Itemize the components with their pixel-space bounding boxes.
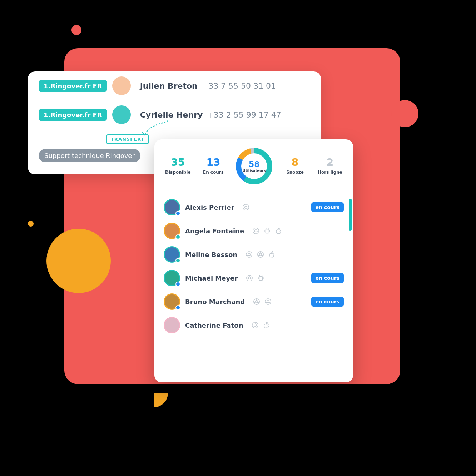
stats-bar: 35 Disponible 13 En cours 58 Utilisateur… [154, 139, 353, 192]
apple-icon [263, 321, 271, 329]
apple-icon [268, 251, 276, 258]
status-dot [175, 234, 180, 239]
chrome-icon [251, 321, 259, 329]
svg-line-16 [260, 275, 260, 276]
svg-rect-15 [259, 276, 263, 280]
status-dot [175, 211, 180, 216]
svg-point-25 [254, 324, 256, 326]
device-icons [245, 251, 276, 258]
svg-point-3 [255, 230, 257, 232]
chrome-icon [252, 227, 260, 235]
apple-icon [275, 227, 283, 235]
stat-available[interactable]: 35 Disponible [165, 158, 191, 175]
avatar [164, 246, 180, 263]
svg-line-17 [262, 275, 262, 276]
avatar [164, 270, 180, 286]
avatar [164, 223, 180, 239]
chrome-icon [245, 251, 253, 258]
stat-value: 8 [292, 158, 298, 168]
call-source-tag: 1.Ringover.fr FR [39, 80, 107, 92]
stat-value: 2 [327, 158, 333, 168]
user-list[interactable]: Alexis Perrieren coursAngela FontaineMél… [154, 192, 353, 382]
transfer-arrow-icon [139, 118, 175, 139]
avatar [112, 105, 131, 124]
stat-snooze[interactable]: 8 Snooze [284, 158, 307, 175]
caller-name: Julien Breton [140, 81, 198, 90]
user-row[interactable]: Angela Fontaine [154, 219, 353, 243]
stat-label: En cours [203, 170, 224, 175]
svg-point-12 [259, 253, 262, 256]
status-dot [175, 258, 180, 263]
svg-point-1 [245, 206, 247, 208]
android-icon [257, 274, 265, 282]
status-badge[interactable]: en cours [311, 297, 344, 307]
user-name: Bruno Marchand [185, 298, 245, 306]
user-row[interactable]: Bruno Marchanden cours [154, 290, 353, 313]
stat-value: 13 [206, 158, 220, 168]
chrome-icon [246, 274, 253, 282]
stat-label: Snooze [286, 170, 304, 175]
user-row[interactable]: Alexis Perrieren cours [154, 195, 353, 219]
user-name: Catherine Faton [185, 322, 243, 329]
user-row[interactable]: Michaël Meyeren cours [154, 266, 353, 290]
svg-point-14 [248, 277, 251, 279]
svg-line-5 [266, 228, 266, 229]
status-badge[interactable]: en cours [311, 273, 344, 283]
scrollbar-thumb[interactable] [349, 199, 352, 231]
svg-point-21 [256, 301, 258, 303]
svg-point-10 [248, 253, 250, 256]
stat-label: Disponible [165, 170, 191, 175]
user-name: Alexis Perrier [185, 204, 234, 211]
user-name: Angela Fontaine [185, 227, 244, 235]
svg-rect-4 [266, 229, 269, 233]
chrome-icon [242, 203, 250, 211]
stat-offline[interactable]: 2 Hors ligne [318, 158, 342, 175]
users-card: 35 Disponible 13 En cours 58 Utilisateur… [154, 139, 353, 382]
decor-dot [391, 100, 418, 127]
stat-value: 35 [171, 158, 185, 168]
decor-dot [28, 221, 34, 227]
transfer-target[interactable]: Support technique Ringover [39, 149, 140, 162]
avatar [164, 293, 180, 310]
decor-circle [46, 229, 111, 293]
donut-total: 58 [249, 160, 260, 169]
user-name: Michaël Meyer [185, 274, 238, 282]
avatar [112, 76, 131, 95]
stat-label: Hors ligne [318, 170, 342, 175]
user-name: Méline Besson [185, 251, 237, 258]
caller-number: +33 2 55 99 17 47 [207, 110, 281, 119]
avatar [164, 199, 180, 215]
device-icons [246, 274, 265, 282]
status-dot [175, 282, 180, 287]
device-icons [251, 321, 271, 329]
caller-number: +33 7 55 50 31 01 [202, 81, 276, 90]
decor-dot [71, 25, 81, 35]
users-donut[interactable]: 58 Utilisateurs [236, 148, 272, 184]
svg-point-23 [267, 301, 269, 303]
svg-line-6 [268, 228, 269, 229]
status-dot [175, 305, 180, 310]
chrome-icon [253, 298, 261, 306]
user-row[interactable]: Catherine Faton [154, 313, 353, 337]
chrome-icon [257, 251, 264, 258]
device-icons [253, 298, 272, 306]
stat-in-progress[interactable]: 13 En cours [202, 158, 225, 175]
call-source-tag: 1.Ringover.fr FR [39, 109, 107, 121]
android-icon [263, 227, 271, 235]
device-icons [252, 227, 283, 235]
status-badge[interactable]: en cours [311, 202, 344, 212]
call-row[interactable]: 1.Ringover.fr FR Julien Breton +33 7 55 … [28, 71, 321, 100]
donut-label: Utilisateurs [243, 169, 266, 173]
device-icons [242, 203, 250, 211]
chrome-icon [264, 298, 272, 306]
avatar [164, 317, 180, 333]
user-row[interactable]: Méline Besson [154, 243, 353, 266]
decor-arc [139, 379, 168, 407]
